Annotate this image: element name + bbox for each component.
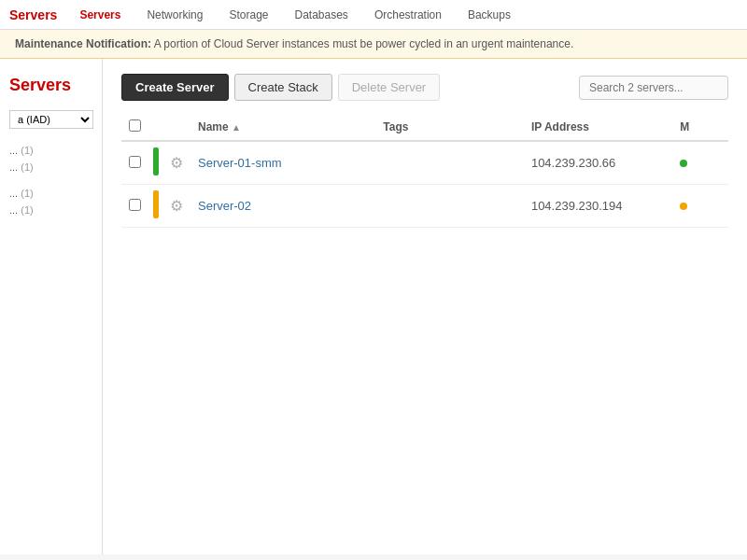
row1-gear-icon[interactable]: ⚙ bbox=[170, 155, 183, 171]
sidebar-item-label-1: ... (1) bbox=[9, 145, 34, 156]
row1-name-cell: Server-01-smm bbox=[190, 141, 375, 185]
col-header-ip: IP Address bbox=[524, 114, 672, 141]
sidebar-item-label-4: ... (1) bbox=[9, 204, 34, 216]
row1-gear-cell: ⚙ bbox=[162, 141, 190, 185]
row1-ip-cell: 104.239.230.66 bbox=[524, 141, 672, 185]
nav-item-orchestration[interactable]: Orchestration bbox=[371, 7, 445, 23]
row2-monitoring-dot bbox=[680, 203, 687, 210]
row1-check-cell bbox=[121, 141, 149, 185]
row1-status-bar bbox=[153, 147, 159, 175]
nav-item-databases[interactable]: Databases bbox=[291, 7, 352, 23]
row1-server-name-link[interactable]: Server-01-smm bbox=[198, 156, 282, 170]
nav-item-storage[interactable]: Storage bbox=[225, 7, 272, 23]
sidebar-region[interactable]: a (IAD) bbox=[0, 106, 102, 133]
sidebar-section-2: ... (1) ... (1) bbox=[0, 185, 102, 218]
nav-item-networking[interactable]: Networking bbox=[143, 7, 206, 23]
row1-status-cell bbox=[149, 141, 162, 185]
row2-status-bar bbox=[153, 190, 159, 218]
col-header-check bbox=[121, 114, 149, 141]
sort-arrow-icon: ▲ bbox=[232, 122, 241, 133]
row2-name-cell: Server-02 bbox=[190, 185, 375, 228]
sidebar-item-2[interactable]: ... (1) bbox=[0, 159, 102, 175]
sidebar-item-4[interactable]: ... (1) bbox=[0, 202, 102, 218]
server-table: Name ▲ Tags IP Address M bbox=[121, 114, 728, 228]
row2-tags-cell bbox=[375, 185, 524, 228]
nav-item-backups[interactable]: Backups bbox=[464, 7, 514, 23]
region-select[interactable]: a (IAD) bbox=[9, 110, 93, 129]
table-row: ⚙ Server-02 104.239.230.194 bbox=[121, 185, 728, 228]
col-header-tags: Tags bbox=[375, 114, 524, 141]
row2-checkbox[interactable] bbox=[129, 199, 141, 211]
create-server-button[interactable]: Create Server bbox=[121, 74, 229, 101]
row2-monitoring-cell bbox=[672, 185, 728, 228]
logo: Servers bbox=[9, 7, 57, 22]
row1-checkbox[interactable] bbox=[129, 156, 141, 168]
row2-server-name-link[interactable]: Server-02 bbox=[198, 199, 251, 213]
col-header-monitoring: M bbox=[672, 114, 728, 141]
col-header-status bbox=[149, 114, 162, 141]
sidebar-item-label-3: ... (1) bbox=[9, 188, 34, 199]
row1-tags-cell bbox=[375, 141, 524, 185]
row2-ip-cell: 104.239.230.194 bbox=[524, 185, 672, 228]
notification-prefix: Maintenance Notification: bbox=[15, 37, 151, 50]
row2-status-cell bbox=[149, 185, 162, 228]
nav-items: Servers Networking Storage Databases Orc… bbox=[76, 7, 514, 23]
search-input[interactable] bbox=[579, 76, 728, 100]
col-header-gear bbox=[162, 114, 190, 141]
toolbar: Create Server Create Stack Delete Server bbox=[121, 74, 728, 101]
sidebar-title: Servers bbox=[0, 68, 102, 106]
notification-banner: Maintenance Notification: A portion of C… bbox=[0, 30, 747, 59]
col-header-name[interactable]: Name ▲ bbox=[190, 114, 375, 141]
row1-monitoring-cell bbox=[672, 141, 728, 185]
table-row: ⚙ Server-01-smm 104.239.230.66 bbox=[121, 141, 728, 185]
row2-gear-cell: ⚙ bbox=[162, 185, 190, 228]
nav-item-servers[interactable]: Servers bbox=[76, 7, 124, 23]
col-name-label: Name bbox=[198, 120, 229, 133]
delete-server-button[interactable]: Delete Server bbox=[338, 74, 440, 101]
content-area: Create Server Create Stack Delete Server… bbox=[103, 59, 747, 554]
create-stack-button[interactable]: Create Stack bbox=[234, 74, 332, 101]
main-layout: Servers a (IAD) ... (1) ... (1) ... (1) … bbox=[0, 59, 747, 554]
sidebar: Servers a (IAD) ... (1) ... (1) ... (1) … bbox=[0, 59, 103, 554]
row2-check-cell bbox=[121, 185, 149, 228]
sidebar-item-label-2: ... (1) bbox=[9, 161, 34, 173]
sidebar-item-1[interactable]: ... (1) bbox=[0, 142, 102, 159]
select-all-checkbox[interactable] bbox=[129, 119, 141, 132]
notification-message: A portion of Cloud Server instances must… bbox=[154, 37, 574, 50]
sidebar-section-1: ... (1) ... (1) bbox=[0, 142, 102, 175]
sidebar-item-3[interactable]: ... (1) bbox=[0, 185, 102, 202]
top-nav: Servers Servers Networking Storage Datab… bbox=[0, 0, 747, 30]
row2-gear-icon[interactable]: ⚙ bbox=[170, 198, 183, 214]
row1-monitoring-dot bbox=[680, 160, 687, 167]
